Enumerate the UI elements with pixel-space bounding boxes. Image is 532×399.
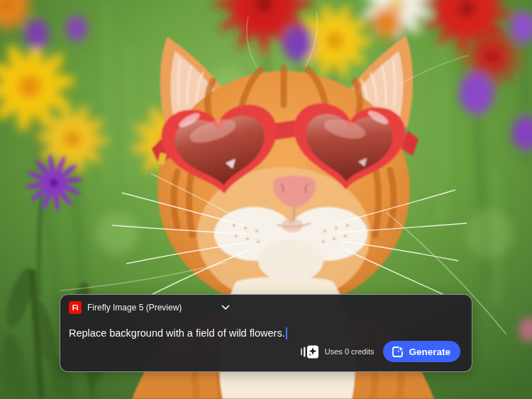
generate-icon <box>392 346 404 358</box>
model-selector[interactable]: Fi Firefly Image 5 (Preview) <box>69 301 230 314</box>
credits-label: Uses 0 credits <box>325 347 375 356</box>
firefly-logo: Fi <box>69 301 82 314</box>
generate-button[interactable]: Generate <box>383 341 460 362</box>
model-selector-label: Firefly Image 5 (Preview) <box>87 303 182 313</box>
prompt-text: Replace background with a field of wild … <box>69 327 285 339</box>
generate-label: Generate <box>409 347 450 357</box>
prompt-input[interactable]: Replace background with a field of wild … <box>69 326 462 340</box>
chevron-down-icon <box>221 305 230 310</box>
credits-icon <box>301 345 318 359</box>
text-caret <box>286 327 287 339</box>
prompt-panel: Fi Firefly Image 5 (Preview) Replace bac… <box>60 294 472 372</box>
panel-actions: Uses 0 credits Generate <box>301 341 460 362</box>
